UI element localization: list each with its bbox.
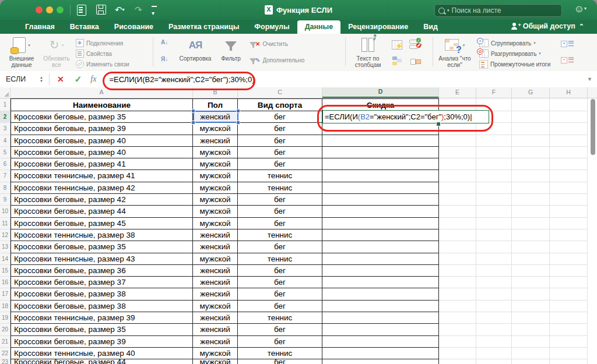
cell-G19[interactable] [512, 312, 550, 324]
cell-H1[interactable] [550, 98, 588, 111]
cell-G18[interactable] [512, 301, 550, 312]
row-header-7[interactable]: 7 [0, 170, 10, 182]
cell-A22[interactable]: Кроссовки теннисные, размер 40 [10, 348, 193, 359]
cell-B7[interactable]: мужской [193, 170, 238, 182]
selection-handle[interactable] [191, 109, 195, 113]
edit-links-button[interactable]: Изменить связи [76, 60, 129, 68]
cell-F22[interactable] [476, 348, 512, 359]
sort-button[interactable]: АЯ Сортировка [176, 36, 215, 62]
cell-G2[interactable] [512, 111, 550, 123]
external-data-button[interactable]: ▾ Внешние данные [5, 36, 38, 68]
cell-C21[interactable]: бег [238, 336, 322, 348]
cell-C1[interactable]: Вид спорта [238, 98, 322, 111]
row-header-16[interactable]: 16 [0, 277, 10, 288]
cell-D10[interactable] [322, 206, 439, 217]
cell-B12[interactable]: женский [193, 229, 238, 241]
cell-G12[interactable] [512, 229, 550, 241]
cell-D14[interactable] [322, 253, 439, 265]
cell-F23[interactable] [476, 359, 512, 364]
close-window-button[interactable] [36, 6, 43, 13]
refresh-all-button[interactable]: ↻▾ Обновить все [41, 36, 72, 68]
clear-filter-button[interactable]: ✕Очистить [250, 41, 288, 47]
relationships-button[interactable]: → [408, 55, 423, 68]
row-header-18[interactable]: 18 [0, 301, 10, 312]
cell-H12[interactable] [550, 229, 588, 241]
cell-G11[interactable] [512, 218, 550, 229]
cell-D13[interactable] [322, 241, 439, 253]
cell-D18[interactable] [322, 301, 439, 312]
cell-A18[interactable]: Кроссовки беговые, размер 38 [10, 301, 193, 312]
cell-B17[interactable]: женский [193, 288, 238, 300]
subtotal-button[interactable]: Промежуточные итоги [479, 60, 550, 69]
cell-D22[interactable] [322, 348, 439, 359]
column-header-D[interactable]: D [322, 87, 439, 98]
cell-G22[interactable] [512, 348, 550, 359]
selection-handle[interactable] [191, 121, 195, 125]
properties-button[interactable]: Свойства [76, 50, 112, 58]
cell-H8[interactable] [550, 182, 588, 194]
cell-F16[interactable] [476, 277, 512, 288]
cell-H16[interactable] [550, 277, 588, 288]
cell-F6[interactable] [476, 158, 512, 170]
cell-H13[interactable] [550, 241, 588, 253]
cell-A4[interactable]: Кроссовки беговые, размер 40 [10, 135, 193, 147]
row-header-19[interactable]: 19 [0, 312, 10, 324]
group-button[interactable]: +Сгруппировать▾ [479, 39, 536, 47]
cell-C17[interactable]: бег [238, 288, 322, 300]
cell-H17[interactable] [550, 288, 588, 300]
cell-D7[interactable] [322, 170, 439, 182]
cell-G10[interactable] [512, 206, 550, 217]
cell-F14[interactable] [476, 253, 512, 265]
cell-H5[interactable] [550, 147, 588, 158]
selection-handle[interactable] [236, 109, 240, 113]
cell-C12[interactable]: теннис [238, 229, 322, 241]
cell-D16[interactable] [322, 277, 439, 288]
cell-G16[interactable] [512, 277, 550, 288]
cell-D15[interactable] [322, 265, 439, 277]
undo-icon[interactable]: ↶▾ [115, 4, 125, 16]
cell-F17[interactable] [476, 288, 512, 300]
column-header-H[interactable]: H [550, 87, 588, 98]
cell-C8[interactable]: теннис [238, 182, 322, 194]
cell-E12[interactable] [439, 229, 476, 241]
cell-G15[interactable] [512, 265, 550, 277]
selection-handle[interactable] [236, 121, 240, 125]
cell-F4[interactable] [476, 135, 512, 147]
cell-E3[interactable] [439, 123, 476, 135]
active-cell-d2-editor[interactable]: =ЕСЛИ(И(B2="женский";C2="бег");30%;0)| [322, 110, 489, 123]
column-header-C[interactable]: C [238, 87, 322, 98]
cell-D19[interactable] [322, 312, 439, 324]
cell-F12[interactable] [476, 229, 512, 241]
cell-A12[interactable]: Кроссовки теннисные, размер 38 [10, 229, 193, 241]
cell-G20[interactable] [512, 324, 550, 335]
tab-8[interactable]: Вид [416, 20, 445, 34]
cell-F20[interactable] [476, 324, 512, 335]
cell-B1[interactable]: Пол [193, 98, 238, 111]
cell-A23[interactable]: Кроссовки беговые, размер 44 [10, 359, 193, 364]
worksheet-grid[interactable]: ABCDEFGH1НаименованиеПолВид спортаСкидка… [0, 87, 597, 364]
cell-H23[interactable] [550, 359, 588, 364]
row-header-5[interactable]: 5 [0, 147, 10, 158]
column-header-A[interactable]: A [10, 87, 193, 98]
cell-A15[interactable]: Кроссовки беговые, размер 36 [10, 265, 193, 277]
cell-B20[interactable]: женский [193, 324, 238, 335]
cell-D12[interactable] [322, 229, 439, 241]
cell-C18[interactable]: бег [238, 301, 322, 312]
cell-B5[interactable]: мужской [193, 147, 238, 158]
cell-C23[interactable]: бег [238, 359, 322, 364]
cell-A9[interactable]: Кроссовки беговые, размер 42 [10, 194, 193, 206]
row-header-20[interactable]: 20 [0, 324, 10, 335]
formula-input[interactable]: =ЕСЛИ(И(B2="женский";C2="бег");30%;0) [102, 75, 254, 84]
cell-B6[interactable]: мужской [193, 158, 238, 170]
text-to-columns-button[interactable]: ⤴ Текст по столбцам [350, 36, 386, 68]
cell-F19[interactable] [476, 312, 512, 324]
insert-function-icon[interactable]: fx [87, 75, 102, 84]
advanced-filter-button[interactable]: ✎Дополнительно [250, 57, 304, 63]
cell-E14[interactable] [439, 253, 476, 265]
cell-E13[interactable] [439, 241, 476, 253]
cell-B22[interactable]: мужской [193, 348, 238, 359]
cell-D23[interactable] [322, 359, 439, 364]
cell-H2[interactable] [550, 111, 588, 123]
cancel-entry-icon[interactable]: ✕ [52, 75, 69, 84]
cell-C10[interactable]: бег [238, 206, 322, 217]
